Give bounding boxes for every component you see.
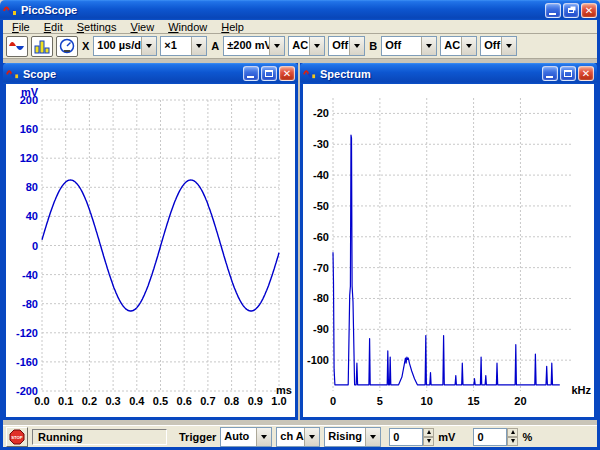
chevron-down-icon bbox=[365, 428, 380, 446]
toolbar: X 100 µs/div ×1 A ±200 mV AC Off bbox=[3, 34, 597, 59]
trigger-label: Trigger bbox=[179, 431, 216, 443]
y-axis-unit: mV bbox=[21, 86, 39, 98]
spectrum-view-button[interactable] bbox=[31, 36, 53, 57]
y-tick-label: -70 bbox=[313, 262, 329, 274]
meter-view-button[interactable] bbox=[56, 36, 78, 57]
channel-a-label: A bbox=[210, 40, 220, 52]
x-tick-label: 0.7 bbox=[200, 395, 215, 407]
y-tick-label: -30 bbox=[313, 138, 329, 150]
channel-a-coupling-select[interactable]: AC bbox=[288, 36, 325, 56]
channel-a-range-select[interactable]: ±200 mV bbox=[223, 36, 285, 56]
minimize-icon[interactable] bbox=[243, 66, 259, 81]
app-logo-icon bbox=[3, 3, 17, 17]
y-tick-label: -60 bbox=[313, 231, 329, 243]
menu-view[interactable]: View bbox=[123, 21, 161, 33]
app-title: PicoScope bbox=[21, 4, 543, 16]
spectrum-window: Spectrum ✕ -20-30-40-50-60-70-80-90-1000… bbox=[300, 63, 597, 420]
x-tick-label: 0.9 bbox=[248, 395, 263, 407]
picoscope-window: PicoScope ✕ File Edit Settings View Wind… bbox=[0, 0, 600, 450]
y-tick-label: -100 bbox=[307, 354, 329, 366]
trigger-mode-select[interactable]: Auto bbox=[220, 427, 272, 447]
x-tick-label: 0.5 bbox=[153, 395, 168, 407]
chevron-down-icon bbox=[269, 37, 284, 55]
chevron-down-icon bbox=[256, 428, 271, 446]
status-state: Running bbox=[32, 429, 167, 445]
pretrigger-unit: % bbox=[522, 431, 532, 443]
spin-up-icon bbox=[507, 428, 518, 437]
y-tick-label: -40 bbox=[313, 169, 329, 181]
maximize-icon[interactable] bbox=[261, 66, 277, 81]
y-tick-label: -20 bbox=[313, 107, 329, 119]
channel-b-label: B bbox=[368, 40, 378, 52]
scope-window: Scope ✕ 20016012080400-40-80-120-160-200… bbox=[3, 63, 298, 420]
menu-window[interactable]: Window bbox=[161, 21, 214, 33]
menu-file[interactable]: File bbox=[5, 21, 37, 33]
menu-help[interactable]: Help bbox=[214, 21, 251, 33]
y-tick-label: -50 bbox=[313, 200, 329, 212]
channel-a-mode-select[interactable]: Off bbox=[328, 36, 365, 56]
close-icon[interactable]: ✕ bbox=[279, 66, 295, 81]
trigger-channel-select[interactable]: ch A bbox=[276, 427, 320, 447]
y-tick-label: 80 bbox=[26, 181, 38, 193]
x-tick-label: 10 bbox=[421, 395, 433, 407]
y-tick-label: -40 bbox=[22, 269, 38, 281]
scope-view-button[interactable] bbox=[6, 36, 28, 57]
trigger-edge-select[interactable]: Rising bbox=[324, 427, 381, 447]
channel-b-range-select[interactable]: Off bbox=[381, 36, 437, 56]
svg-text:STOP: STOP bbox=[11, 435, 23, 440]
spectrum-trace bbox=[333, 135, 560, 385]
x-tick-label: 0.8 bbox=[224, 395, 239, 407]
x-tick-label: 0.4 bbox=[129, 395, 145, 407]
timebase-select[interactable]: 100 µs/div bbox=[93, 36, 157, 56]
meter-icon bbox=[58, 38, 76, 54]
y-tick-label: 0 bbox=[32, 240, 38, 252]
maximize-icon[interactable] bbox=[560, 66, 576, 81]
stop-icon: STOP bbox=[9, 429, 25, 445]
x-tick-label: 0.1 bbox=[58, 395, 73, 407]
y-tick-label: 40 bbox=[26, 210, 38, 222]
spin-down-icon bbox=[423, 437, 434, 446]
chevron-down-icon bbox=[309, 37, 324, 55]
channel-b-mode-select[interactable]: Off bbox=[480, 36, 517, 56]
y-tick-label: 160 bbox=[20, 123, 38, 135]
y-tick-label: -160 bbox=[16, 356, 38, 368]
x-axis-unit: ms bbox=[276, 384, 292, 396]
pretrigger-spinner[interactable]: 0 bbox=[473, 428, 518, 446]
x-tick-label: 0.2 bbox=[82, 395, 97, 407]
scope-window-title: Scope bbox=[23, 68, 241, 80]
threshold-value: 0 bbox=[389, 428, 423, 446]
restore-icon[interactable] bbox=[563, 3, 579, 18]
y-tick-label: -120 bbox=[16, 327, 38, 339]
spectrum-titlebar[interactable]: Spectrum ✕ bbox=[300, 63, 597, 84]
spectrum-bars-icon bbox=[33, 38, 51, 54]
scope-titlebar[interactable]: Scope ✕ bbox=[3, 63, 298, 84]
chevron-down-icon bbox=[304, 428, 319, 446]
threshold-unit: mV bbox=[438, 431, 455, 443]
spectrum-window-title: Spectrum bbox=[320, 68, 540, 80]
minimize-icon[interactable] bbox=[545, 3, 561, 18]
x-tick-label: 0.6 bbox=[177, 395, 192, 407]
channel-b-coupling-select[interactable]: AC bbox=[440, 36, 477, 56]
scope-chart: 20016012080400-40-80-120-160-2000.00.10.… bbox=[6, 84, 295, 417]
x-tick-label: 20 bbox=[514, 395, 526, 407]
spin-up-icon bbox=[423, 428, 434, 437]
close-icon[interactable]: ✕ bbox=[578, 66, 594, 81]
stop-button[interactable]: STOP bbox=[6, 427, 28, 447]
chevron-down-icon bbox=[461, 37, 476, 55]
trigger-threshold-spinner[interactable]: 0 bbox=[389, 428, 434, 446]
spectrum-chart: -20-30-40-50-60-70-80-90-10005101520kHz bbox=[303, 84, 594, 417]
x-tick-label: 5 bbox=[377, 395, 383, 407]
menu-edit[interactable]: Edit bbox=[37, 21, 70, 33]
pretrigger-value: 0 bbox=[473, 428, 507, 446]
mdi-area: Scope ✕ 20016012080400-40-80-120-160-200… bbox=[3, 59, 597, 425]
multiplier-select[interactable]: ×1 bbox=[160, 36, 207, 56]
app-logo-icon bbox=[303, 67, 316, 80]
menubar: File Edit Settings View Window Help bbox=[3, 20, 597, 34]
chevron-down-icon bbox=[501, 37, 516, 55]
main-titlebar[interactable]: PicoScope ✕ bbox=[0, 0, 600, 20]
minimize-icon[interactable] bbox=[542, 66, 558, 81]
y-tick-label: -90 bbox=[313, 323, 329, 335]
x-tick-label: 0 bbox=[330, 395, 336, 407]
close-icon[interactable]: ✕ bbox=[581, 3, 597, 18]
menu-settings[interactable]: Settings bbox=[70, 21, 124, 33]
